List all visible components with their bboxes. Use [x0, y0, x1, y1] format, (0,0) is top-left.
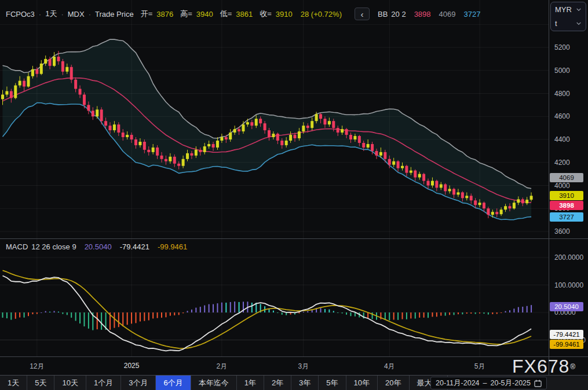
range-button-1年[interactable]: 1年 — [237, 376, 264, 390]
high-label: 高= — [180, 9, 192, 19]
price-tick-4400: 4400 — [554, 135, 570, 144]
open-value: 3876 — [156, 10, 173, 19]
time-label-2月: 2月 — [204, 362, 239, 371]
macd-histogram-value: 20.5040 — [85, 242, 112, 251]
price-tick-5000: 5000 — [554, 66, 570, 75]
close-value: 3910 — [276, 10, 293, 19]
macd-indicator-title[interactable]: MACD — [6, 242, 28, 251]
date-range-control[interactable]: 20-11月-2024 – 20-5月-2025 — [430, 377, 547, 389]
time-label-3月: 3月 — [286, 362, 321, 371]
range-button-本年迄今[interactable]: 本年迄今 — [191, 376, 237, 390]
bottom-toolbar: 1天5天10天1个月3个月6个月本年迄今1年2年3年5年10年20年最大值 ⚙ … — [0, 376, 588, 390]
price-tick-3600: 3600 — [554, 227, 570, 236]
low-value: 3861 — [236, 10, 253, 19]
series-type-label[interactable]: Trade Price — [95, 10, 134, 19]
range-buttons: 1天5天10天1个月3个月6个月本年迄今1年2年3年5年10年20年最大值 — [0, 376, 448, 390]
interval-label[interactable]: 1天 — [45, 9, 57, 19]
range-button-3年[interactable]: 3年 — [291, 376, 319, 390]
exchange-label[interactable]: MDX — [68, 10, 85, 19]
range-button-3个月[interactable]: 3个月 — [121, 376, 156, 390]
date-separator: – — [483, 379, 487, 387]
axis-badge-20.5040: 20.5040 — [550, 302, 583, 311]
macd-line-value: -79.4421 — [120, 242, 149, 251]
price-tick-4800: 4800 — [554, 89, 570, 98]
macd-signal-value: -99.9461 — [158, 242, 187, 251]
price-tick-4200: 4200 — [554, 158, 570, 167]
time-label-5月: 5月 — [462, 362, 497, 371]
range-button-20年[interactable]: 20年 — [378, 376, 409, 390]
low-label: 低= — [220, 9, 232, 19]
price-legend: FCPOc3 · 1天 · MDX · Trade Price 开=3876 高… — [6, 8, 480, 20]
macd-legend: MACD 12 26 close 9 20.5040 -79.4421 -99.… — [6, 242, 187, 251]
bb-indicator-title[interactable]: BB — [378, 10, 388, 19]
time-label-2025: 2025 — [114, 362, 149, 370]
currency-value: MYR — [555, 5, 572, 14]
bb-upper-value: 4069 — [439, 10, 456, 19]
legend-collapse-button[interactable]: ‹ — [355, 8, 370, 20]
axis-badge--79.4421: -79.4421 — [550, 330, 583, 339]
calendar-icon — [534, 380, 542, 387]
registered-mark-icon: ® — [570, 363, 576, 371]
time-axis[interactable]: 12月20252月3月4月5月 — [0, 357, 588, 375]
date-from: 20-11月-2024 — [436, 378, 480, 388]
currency-unit-selector: MYR t — [550, 2, 586, 31]
range-button-6个月[interactable]: 6个月 — [156, 376, 191, 390]
macd-tick-200: 200.0000 — [554, 253, 583, 262]
bb-lower-value: 3727 — [463, 10, 480, 19]
axis-badge-4069: 4069 — [550, 173, 583, 182]
macd-tick-100: 100.0000 — [554, 281, 583, 290]
price-tick-5200: 5200 — [554, 43, 570, 52]
separator-dot: · — [61, 10, 63, 19]
price-tick-4000: 4000 — [554, 181, 570, 190]
range-button-5天[interactable]: 5天 — [27, 376, 54, 390]
open-label: 开= — [141, 9, 153, 19]
bb-indicator-params: 20 2 — [391, 10, 406, 19]
unit-dropdown[interactable]: t — [551, 16, 586, 30]
range-button-10天[interactable]: 10天 — [54, 376, 86, 390]
symbol-title[interactable]: FCPOc3 — [6, 10, 35, 19]
chevron-down-icon — [576, 21, 582, 25]
range-button-10年[interactable]: 10年 — [346, 376, 378, 390]
high-value: 3940 — [196, 10, 213, 19]
unit-value: t — [555, 19, 557, 28]
separator-dot: · — [39, 10, 41, 19]
bb-basis-value: 3898 — [414, 10, 431, 19]
price-tick-4600: 4600 — [554, 112, 570, 121]
range-button-1个月[interactable]: 1个月 — [86, 376, 121, 390]
watermark-logo: FX678® — [512, 356, 576, 377]
time-label-12月: 12月 — [20, 362, 54, 371]
range-button-2年[interactable]: 2年 — [264, 376, 291, 390]
trading-chart-app: FCPOc3 · 1天 · MDX · Trade Price 开=3876 高… — [0, 0, 588, 390]
range-button-5年[interactable]: 5年 — [319, 376, 346, 390]
chevron-down-icon — [576, 8, 582, 12]
macd-indicator-params: 12 26 close 9 — [31, 242, 76, 251]
range-button-1天[interactable]: 1天 — [0, 376, 27, 390]
close-label: 收= — [260, 9, 272, 19]
chart-canvas[interactable] — [0, 0, 588, 390]
currency-dropdown[interactable]: MYR — [551, 2, 586, 16]
watermark-text: FX678 — [512, 356, 569, 377]
axis-badge-3898: 3898 — [550, 201, 583, 210]
axis-badge-3727: 3727 — [550, 212, 583, 222]
time-label-4月: 4月 — [372, 362, 407, 371]
date-to: 20-5月-2025 — [491, 378, 531, 388]
axis-badge-3910: 3910 — [550, 191, 583, 200]
change-value: 28 (+0.72%) — [301, 10, 342, 19]
separator-dot: · — [89, 10, 91, 19]
axis-badge--99.9461: -99.9461 — [550, 340, 583, 349]
